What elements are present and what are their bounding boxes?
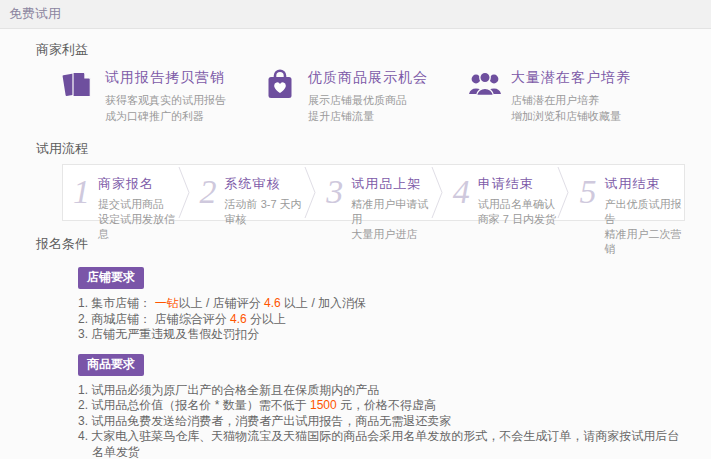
bag-heart-icon — [265, 68, 299, 104]
benefit-title: 优质商品展示机会 — [308, 69, 428, 87]
step-texts: 系统审核 活动前 3-7 天内审核 — [225, 173, 305, 220]
step-separator-chevron — [557, 165, 569, 220]
benefit-texts: 大量潜在客户培养 店铺潜在用户培养 增加浏览和店铺收藏量 — [511, 68, 631, 124]
step-number: 3 — [326, 173, 343, 220]
step-title: 试用品上架 — [351, 175, 431, 193]
step-texts: 商家报名 提交试用商品 设定试用发放信息 — [98, 173, 178, 220]
step-title: 商家报名 — [98, 175, 178, 193]
conditions-section: 报名条件 店铺要求 1. 集市店铺： 一钻以上 / 店铺评分 4.6 以上 / … — [36, 235, 685, 459]
step-trial-end: 5 试用结束 产出优质试用报告 精准用户二次营销 — [569, 165, 684, 220]
benefit-title: 试用报告拷贝营销 — [105, 69, 226, 87]
step-desc-line: 提交试用商品 — [98, 197, 178, 212]
step-desc-line: 精准用户二次营销 — [604, 227, 684, 257]
benefit-desc-line: 展示店铺最优质商品 — [308, 92, 428, 108]
list-item: 4. 大家电入驻菜鸟仓库、天猫物流宝及天猫国际的商品会采用名单发放的形式，不会生… — [78, 429, 685, 459]
step-title: 申请结束 — [478, 175, 556, 193]
benefit-item-report-marketing: 试用报告拷贝营销 获得客观真实的试用报告 成为口碑推广的利器 — [62, 68, 265, 124]
list-item: 1. 集市店铺： 一钻以上 / 店铺评分 4.6 以上 / 加入消保 — [78, 296, 685, 312]
page-title: 免费试用 — [9, 5, 61, 23]
step-desc-line: 精准用户申请试用 — [351, 197, 431, 227]
list-item: 3. 店铺无严重违规及售假处罚扣分 — [78, 327, 685, 343]
step-number: 5 — [579, 173, 596, 220]
list-item: 1. 试用品必须为原厂出产的合格全新且在保质期内的产品 — [78, 383, 685, 399]
process-section: 试用流程 1 商家报名 提交试用商品 设定试用发放信息 2 系统审核 活动前 3… — [36, 140, 685, 221]
list-item: 2. 试用品总价值（报名价 * 数量）需不低于 1500 元，价格不得虚高 — [78, 398, 685, 414]
step-number: 4 — [453, 173, 470, 220]
benefit-desc-line: 成为口碑推广的利器 — [105, 108, 226, 124]
step-desc-line: 活动前 3-7 天内审核 — [225, 197, 305, 227]
step-separator-chevron — [431, 165, 443, 220]
step-separator-chevron — [304, 165, 316, 220]
benefits-row: 试用报告拷贝营销 获得客观真实的试用报告 成为口碑推广的利器 优质商品展示机会 … — [62, 68, 685, 124]
benefit-desc-line: 增加浏览和店铺收藏量 — [511, 108, 631, 124]
step-title: 系统审核 — [225, 175, 305, 193]
step-desc-line: 商家 7 日内发货 — [478, 212, 556, 227]
step-separator-chevron — [178, 165, 190, 220]
benefit-item-product-showcase: 优质商品展示机会 展示店铺最优质商品 提升店铺流量 — [265, 68, 468, 124]
benefit-texts: 优质商品展示机会 展示店铺最优质商品 提升店铺流量 — [308, 68, 428, 124]
step-desc-line: 产出优质试用报告 — [604, 197, 684, 227]
step-application-end: 4 申请结束 试用品名单确认 商家 7 日内发货 — [443, 165, 558, 220]
benefit-desc-line: 提升店铺流量 — [308, 108, 428, 124]
product-requirements-badge: 商品要求 — [78, 354, 144, 376]
product-requirements-list: 1. 试用品必须为原厂出产的合格全新且在保质期内的产品 2. 试用品总价值（报名… — [78, 383, 685, 459]
step-texts: 试用结束 产出优质试用报告 精准用户二次营销 — [604, 173, 684, 220]
step-merchant-signup: 1 商家报名 提交试用商品 设定试用发放信息 — [63, 165, 178, 220]
product-requirements-block: 商品要求 1. 试用品必须为原厂出产的合格全新且在保质期内的产品 2. 试用品总… — [78, 354, 685, 459]
benefit-desc-line: 店铺潜在用户培养 — [511, 92, 631, 108]
step-desc-line: 大量用户进店 — [351, 227, 431, 242]
page-header: 免费试用 — [0, 0, 711, 29]
people-group-icon — [468, 68, 502, 102]
copy-report-icon — [62, 68, 96, 104]
free-trial-page: { "page_title": "免费试用", "colors": { "acc… — [0, 0, 711, 459]
step-texts: 申请结束 试用品名单确认 商家 7 日内发货 — [478, 173, 556, 220]
list-item: 2. 商城店铺： 店铺综合评分 4.6 分以上 — [78, 312, 685, 328]
process-steps-box: 1 商家报名 提交试用商品 设定试用发放信息 2 系统审核 活动前 3-7 天内… — [62, 164, 685, 221]
step-number: 1 — [73, 173, 90, 220]
benefit-item-customer-growth: 大量潜在客户培养 店铺潜在用户培养 增加浏览和店铺收藏量 — [468, 68, 671, 124]
step-desc-line: 试用品名单确认 — [478, 197, 556, 212]
step-title: 试用结束 — [604, 175, 684, 193]
process-section-title: 试用流程 — [36, 140, 685, 158]
benefit-texts: 试用报告拷贝营销 获得客观真实的试用报告 成为口碑推广的利器 — [105, 68, 226, 124]
list-item: 3. 试用品免费发送给消费者，消费者产出试用报告，商品无需退还卖家 — [78, 414, 685, 430]
step-trial-listing: 3 试用品上架 精准用户申请试用 大量用户进店 — [316, 165, 431, 220]
benefits-section: 商家利益 试用报告拷贝营销 获得客观真实的试用报告 成为口碑推广的利器 — [36, 41, 685, 124]
shop-requirements-badge: 店铺要求 — [78, 267, 144, 289]
benefit-title: 大量潜在客户培养 — [511, 69, 631, 87]
step-desc-line: 设定试用发放信息 — [98, 212, 178, 242]
benefit-desc-line: 获得客观真实的试用报告 — [105, 92, 226, 108]
shop-requirements-list: 1. 集市店铺： 一钻以上 / 店铺评分 4.6 以上 / 加入消保 2. 商城… — [78, 296, 685, 343]
benefits-section-title: 商家利益 — [36, 41, 685, 59]
step-texts: 试用品上架 精准用户申请试用 大量用户进店 — [351, 173, 431, 220]
step-system-review: 2 系统审核 活动前 3-7 天内审核 — [190, 165, 305, 220]
main-content: 商家利益 试用报告拷贝营销 获得客观真实的试用报告 成为口碑推广的利器 — [0, 29, 711, 459]
step-number: 2 — [200, 173, 217, 220]
shop-requirements-block: 店铺要求 1. 集市店铺： 一钻以上 / 店铺评分 4.6 以上 / 加入消保 … — [78, 267, 685, 343]
